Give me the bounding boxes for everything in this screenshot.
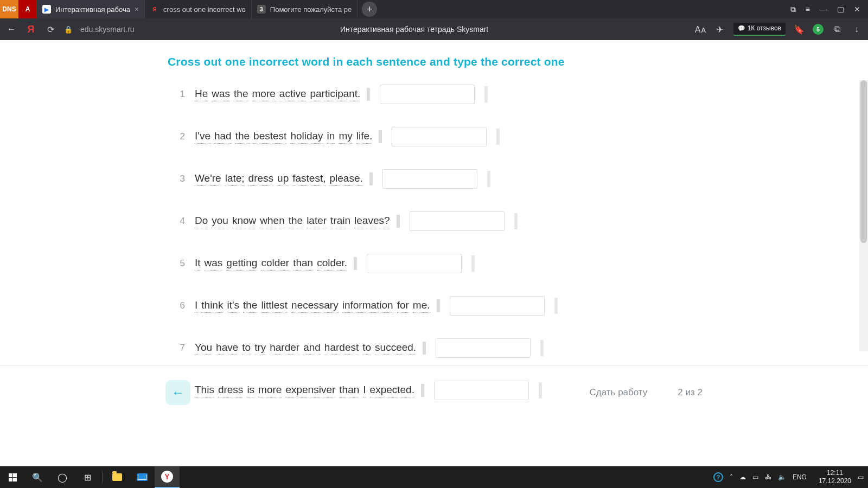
word-token[interactable]: Do [195, 215, 208, 228]
onedrive-tray-icon[interactable]: ☁ [739, 473, 746, 481]
word-token[interactable]: in [327, 130, 335, 144]
word-token[interactable]: later [307, 215, 327, 228]
answer-input[interactable] [367, 254, 462, 273]
notifications-tray-icon[interactable]: ▭ [858, 473, 864, 481]
word-token[interactable]: We're [195, 172, 221, 186]
tray-chevron-icon[interactable]: ˄ [730, 473, 733, 481]
word-token[interactable]: and [303, 342, 321, 355]
taskbar-clock[interactable]: 12:11 17.12.2020 [819, 469, 851, 485]
word-token[interactable]: colder [261, 257, 289, 271]
tab-help[interactable]: 3 Помогите пожалуйста ре [252, 0, 358, 18]
answer-input[interactable] [382, 169, 477, 189]
answer-input[interactable] [450, 296, 545, 316]
rocket-icon[interactable]: ✈ [714, 24, 726, 35]
maximize-button[interactable]: ▢ [837, 5, 844, 14]
back-button[interactable]: ← [5, 24, 17, 34]
tab-search[interactable]: Я cross out one incorrect wo [145, 0, 252, 18]
word-token[interactable]: had [214, 130, 232, 144]
word-token[interactable]: think [201, 299, 223, 313]
file-explorer-button[interactable] [105, 466, 130, 488]
word-token[interactable]: harder [270, 342, 299, 355]
volume-tray-icon[interactable]: 🔈 [778, 473, 786, 481]
answer-input[interactable] [436, 338, 531, 358]
word-token[interactable]: fastest, [292, 172, 326, 186]
word-token[interactable]: I [195, 299, 197, 313]
word-token[interactable]: the [235, 130, 250, 144]
pinned-tile-dns[interactable]: DNS [0, 0, 18, 18]
word-token[interactable]: up [277, 172, 289, 186]
word-token[interactable]: participant. [310, 88, 360, 101]
word-token[interactable]: train [330, 215, 350, 228]
battery-tray-icon[interactable]: ▭ [752, 473, 758, 481]
word-token[interactable]: succeed. [375, 342, 416, 355]
minimize-button[interactable]: — [820, 5, 827, 14]
word-token[interactable]: was [212, 88, 230, 101]
new-tab-button[interactable]: + [362, 2, 377, 17]
downloads-icon[interactable]: ↓ [851, 24, 863, 34]
word-token[interactable]: holiday [290, 130, 323, 144]
word-token[interactable]: more [252, 88, 276, 101]
word-token[interactable]: try [254, 342, 266, 355]
url-text[interactable]: edu.skysmart.ru [80, 25, 135, 34]
word-token[interactable]: please. [329, 172, 362, 186]
search-button[interactable]: 🔍 [25, 466, 50, 488]
reload-button[interactable]: ⟳ [44, 24, 56, 35]
yandex-browser-button[interactable]: Y [155, 466, 180, 488]
help-tray-icon[interactable]: ? [713, 472, 723, 482]
cortana-button[interactable]: ◯ [50, 466, 75, 488]
bookmark-icon[interactable]: 🔖 [793, 24, 805, 35]
answer-input[interactable] [392, 127, 487, 146]
word-token[interactable]: information [342, 299, 393, 313]
scrollbar[interactable] [859, 80, 868, 351]
word-token[interactable]: the [234, 88, 248, 101]
word-token[interactable]: He [195, 88, 208, 101]
extensions-icon[interactable]: ⧉ [831, 24, 843, 34]
word-token[interactable]: when [260, 215, 284, 228]
word-token[interactable]: to [362, 342, 371, 355]
word-token[interactable]: was [205, 257, 223, 271]
word-token[interactable]: I've [195, 130, 210, 144]
yandex-home-button[interactable]: Я [25, 24, 37, 35]
word-token[interactable]: me. [413, 299, 430, 313]
menu-icon[interactable]: ≡ [806, 5, 810, 14]
word-token[interactable]: life. [356, 130, 373, 144]
word-token[interactable]: You [195, 342, 212, 355]
word-token[interactable]: active [279, 88, 307, 101]
reviews-chip[interactable]: 💬 1К отзывов [733, 23, 786, 36]
word-token[interactable]: late; [225, 172, 245, 186]
pinned-tile-a[interactable]: А [18, 0, 37, 18]
start-button[interactable] [0, 466, 25, 488]
word-token[interactable]: necessary [291, 299, 339, 313]
word-token[interactable]: my [339, 130, 352, 144]
word-token[interactable]: bestest [253, 130, 286, 144]
submit-button[interactable]: Сдать работу [589, 387, 647, 398]
word-token[interactable]: hardest [324, 342, 359, 355]
answer-input[interactable] [410, 211, 505, 231]
translate-icon[interactable]: Aᴀ [694, 24, 706, 35]
network-tray-icon[interactable]: 🖧 [765, 473, 771, 481]
word-token[interactable]: know [232, 215, 256, 228]
word-token[interactable]: the [289, 215, 303, 228]
word-token[interactable]: have [216, 342, 238, 355]
word-token[interactable]: to [242, 342, 251, 355]
word-token[interactable]: it's [227, 299, 239, 313]
prev-page-button[interactable]: ← [165, 380, 190, 405]
tab-close-icon[interactable]: × [135, 5, 139, 14]
mail-button[interactable] [130, 466, 155, 488]
scrollbar-thumb[interactable] [860, 80, 867, 243]
word-token[interactable]: leaves? [354, 215, 390, 228]
word-token[interactable]: colder. [317, 257, 347, 271]
close-window-button[interactable]: ✕ [854, 5, 860, 14]
tab-skysmart[interactable]: ▶ Интерактивная рабоча × [37, 0, 145, 18]
answer-input[interactable] [380, 85, 475, 104]
word-token[interactable]: the [243, 299, 257, 313]
word-token[interactable]: littlest [261, 299, 288, 313]
shield-icon[interactable]: 5 [813, 24, 824, 35]
word-token[interactable]: you [212, 215, 228, 228]
word-token[interactable]: getting [226, 257, 257, 271]
word-token[interactable]: than [293, 257, 313, 271]
task-view-button[interactable]: ⊞ [75, 466, 100, 488]
word-token[interactable]: dress [248, 172, 273, 186]
word-token[interactable]: for [397, 299, 409, 313]
word-token[interactable]: It [195, 257, 201, 271]
